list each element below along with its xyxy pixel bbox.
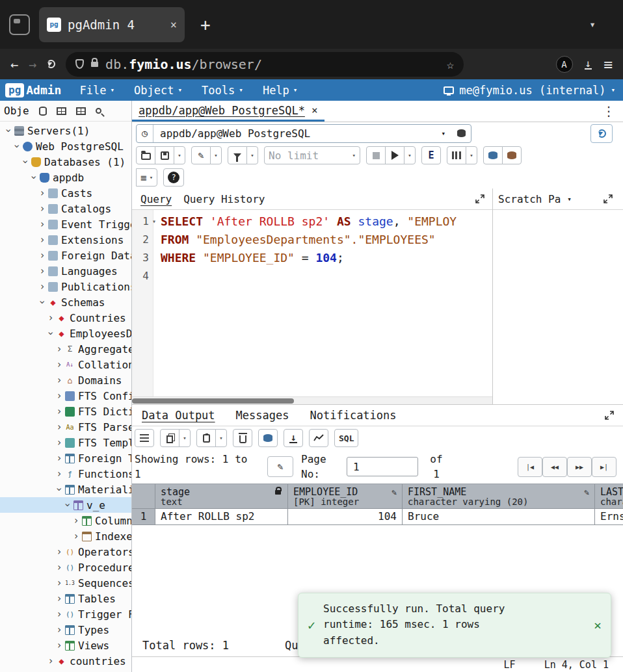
search-icon[interactable] (96, 108, 101, 114)
menu-help[interactable]: Help▾ (263, 84, 298, 97)
tree-item-procedures[interactable]: ›Procedures (0, 560, 131, 575)
menu-file[interactable]: File▾ (79, 84, 114, 97)
profile-icon[interactable]: A (556, 56, 573, 73)
tree-item-employeesdepartments[interactable]: ›EmployeesDepartments (0, 326, 131, 341)
explain-button[interactable]: E (421, 146, 441, 164)
downloads-icon[interactable]: ↓ (585, 59, 592, 70)
execute-button[interactable] (385, 146, 404, 164)
expand-icon[interactable]: › (72, 530, 81, 542)
tree-item-operators[interactable]: ›Operators (0, 544, 131, 560)
expand-icon[interactable]: › (72, 515, 81, 526)
tree-item-event-triggers[interactable]: ›Event Triggers (0, 216, 131, 232)
tree-item-indexes[interactable]: ›Indexes (0, 528, 131, 544)
tree-item-sequences[interactable]: ›Sequences (0, 575, 131, 591)
tree-item-web-postgresql[interactable]: ›Web PostgreSQL (0, 138, 131, 154)
tab-data-output[interactable]: Data Output (136, 407, 221, 424)
expand-icon[interactable]: › (55, 624, 64, 636)
tree-item-functions[interactable]: ›Functions (0, 466, 131, 482)
collapse-icon[interactable]: › (53, 485, 65, 494)
tab-query-history[interactable]: Query History (178, 191, 271, 207)
table-icon[interactable] (57, 107, 66, 115)
save-data-button[interactable] (258, 429, 278, 447)
filter-button[interactable] (228, 146, 247, 164)
column-header-stage[interactable]: stagetext (155, 484, 288, 509)
expand-icon[interactable]: › (38, 281, 47, 292)
expand-icon[interactable]: › (55, 452, 64, 464)
cell[interactable]: Ernst (595, 509, 623, 525)
chevron-down-icon[interactable]: ▾ (589, 18, 596, 31)
tree-item-domains[interactable]: ›Domains (0, 372, 131, 388)
column-header-employee-id[interactable]: EMPLOYEE_ID✎[PK] integer (288, 484, 403, 509)
pencil-icon[interactable]: ✎ (391, 487, 397, 497)
explain-analyze-button[interactable] (447, 146, 466, 164)
collapse-icon[interactable]: › (36, 298, 48, 307)
user-menu[interactable]: me@fymio.us (internal) ▾ (444, 84, 615, 97)
chevron-down-icon[interactable]: ▾ (567, 195, 572, 203)
editor-horizontal-scrollbar[interactable] (132, 396, 492, 404)
commit-button[interactable] (483, 146, 503, 164)
show-sql-button[interactable]: SQL (334, 429, 358, 447)
expand-icon[interactable]: › (55, 390, 64, 402)
tree-item-fts-parsers[interactable]: ›FTS Parsers (0, 419, 131, 435)
open-file-button[interactable] (136, 146, 155, 164)
tab-messages[interactable]: Messages (230, 407, 295, 424)
menu-tools[interactable]: Tools▾ (202, 84, 243, 97)
expand-icon[interactable]: › (46, 312, 55, 324)
page-number-input[interactable] (347, 457, 418, 476)
expand-icon[interactable]: › (55, 640, 64, 651)
close-icon[interactable]: × (594, 617, 602, 633)
tree-item-columns[interactable]: ›Columns (0, 513, 131, 528)
tree-item-servers-1[interactable]: ›Servers(1) (0, 123, 131, 138)
expand-icon[interactable]: › (38, 203, 47, 214)
tree-item-extensions[interactable]: ›Extensions (0, 232, 131, 248)
pencil-icon[interactable]: ✎ (584, 487, 589, 497)
url-field[interactable]: db.fymio.us/browser/ ☆ (66, 52, 464, 77)
collapse-icon[interactable]: › (11, 142, 23, 151)
expand-icon[interactable]: › (55, 343, 64, 355)
expand-icon[interactable] (603, 194, 613, 203)
shield-icon[interactable] (75, 59, 84, 69)
tab-query[interactable]: Query (135, 191, 178, 207)
expand-icon[interactable]: › (38, 218, 47, 230)
tree-item-foreign-data-wrappers[interactable]: ›Foreign Data Wrappers (0, 248, 131, 263)
tab-notifications[interactable]: Notifications (304, 407, 402, 424)
tree-item-casts[interactable]: ›Casts (0, 185, 131, 201)
tree-item-materialized-views[interactable]: ›Materialized Views (0, 482, 131, 497)
expand-icon[interactable]: › (55, 546, 64, 558)
cell[interactable]: Bruce (403, 509, 595, 525)
sql-editor[interactable]: 1▾SELECT 'After ROLLB sp2' AS stage, "EM… (132, 210, 492, 396)
tree-item-fts-dictionaries[interactable]: ›FTS Dictionaries (0, 404, 131, 419)
delete-row-button[interactable] (233, 429, 252, 447)
tree-item-tables[interactable]: ›Tables (0, 591, 131, 606)
tree-item-appdb[interactable]: ›appdb (0, 170, 131, 185)
collapse-icon[interactable]: › (28, 173, 40, 182)
menu-object[interactable]: Object▾ (134, 84, 182, 97)
expand-icon[interactable]: › (55, 593, 64, 604)
tree-item-aggregates[interactable]: ›Aggregates (0, 341, 131, 357)
bookmark-star-icon[interactable]: ☆ (447, 57, 454, 71)
save-file-button[interactable] (155, 146, 174, 164)
expand-icon[interactable]: › (55, 562, 64, 573)
previous-page-button[interactable] (542, 457, 567, 477)
copy-options-button[interactable]: ▾ (179, 429, 191, 447)
tree-item-publications[interactable]: ›Publications (0, 279, 131, 294)
collapse-icon[interactable]: › (20, 157, 31, 166)
paste-button[interactable] (196, 429, 216, 447)
expand-icon[interactable] (605, 411, 614, 420)
forward-button[interactable]: → (29, 57, 36, 72)
collapse-icon[interactable]: › (3, 126, 14, 135)
next-page-button[interactable] (567, 457, 592, 477)
edit-options-button[interactable]: ▾ (210, 146, 222, 164)
expand-icon[interactable]: › (55, 468, 64, 480)
save-results-button[interactable]: ↓ (284, 429, 303, 447)
expand-icon[interactable]: › (55, 359, 64, 370)
collapse-icon[interactable]: › (62, 500, 73, 510)
explain-options-button[interactable]: ▾ (466, 146, 477, 164)
add-row-button[interactable] (135, 429, 154, 447)
edit-button[interactable]: ✎ (191, 146, 211, 164)
database-icon[interactable] (39, 107, 47, 116)
scrollbar-thumb[interactable] (132, 398, 294, 404)
tree-item-foreign-tables[interactable]: ›Foreign Tables (0, 450, 131, 466)
tree-item-views[interactable]: ›Views (0, 638, 131, 653)
connection-select[interactable]: appdb/app@Web PostgreSQL ▾ (153, 125, 452, 142)
